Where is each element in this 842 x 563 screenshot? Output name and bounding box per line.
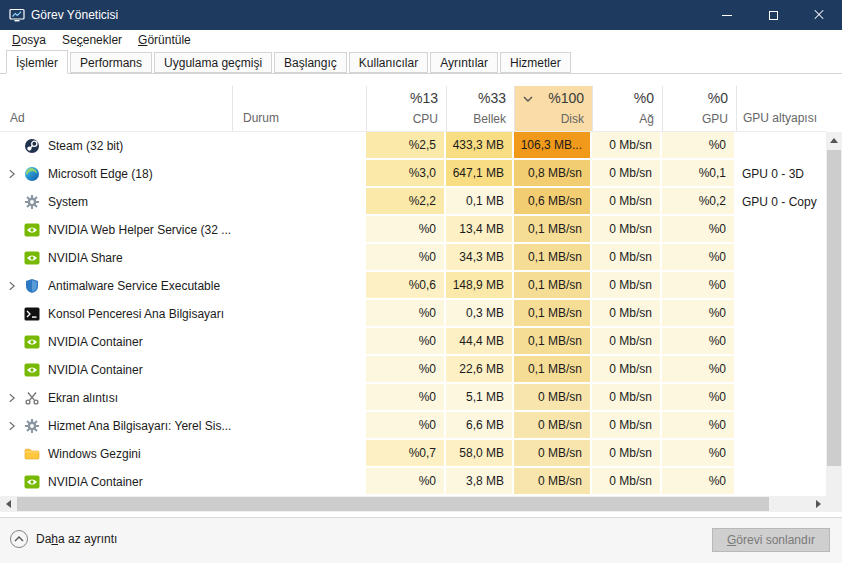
process-status [232,272,366,300]
process-row[interactable]: System %2,2 0,1 MB 0,6 MB/sn 0 Mb/sn %0,… [0,188,826,216]
indent-spacer [0,216,24,244]
cpu-cell: %0 [366,300,446,328]
column-header-gpu-engine[interactable]: GPU altyapısı [736,86,826,131]
network-cell: 0 Mb/sn [592,412,662,440]
minimize-button[interactable] [704,0,750,30]
process-name-cell: Hizmet Ana Bilgisayarı: Yerel Sis... [0,412,232,440]
vertical-scrollbar[interactable] [826,132,842,512]
expand-chevron-icon[interactable] [0,384,24,412]
column-header-memory[interactable]: %33Bellek [446,86,514,131]
memory-cell: 44,4 MB [446,328,514,356]
column-header-cpu[interactable]: %13CPU [366,86,446,131]
process-row[interactable]: NVIDIA Container %0 3,8 MB 0 MB/sn 0 Mb/… [0,468,826,496]
network-cell: 0 Mb/sn [592,272,662,300]
memory-cell: 0,3 MB [446,300,514,328]
gpu-cell: %0 [662,328,736,356]
scissors-icon [24,390,40,406]
process-name: Windows Gezgini [48,447,141,461]
process-name-cell: NVIDIA Container [0,468,232,496]
process-row[interactable]: Konsol Penceresi Ana Bilgisayarı %0 0,3 … [0,300,826,328]
expand-chevron-icon[interactable] [0,160,24,188]
network-cell: 0 Mb/sn [592,468,662,496]
process-name-cell: NVIDIA Share [0,244,232,272]
process-name: Microsoft Edge (18) [48,167,153,181]
table-header: Ad Durum %13CPU %33Bellek %100Disk %0Ağ … [0,86,826,132]
disk-cell: 0 MB/sn [514,468,592,496]
tab-ayrintilar[interactable]: Ayrıntılar [430,52,498,73]
menu-dosya[interactable]: Dosya [4,31,54,49]
gpu-cell: %0 [662,216,736,244]
process-name: Antimalware Service Executable [48,279,220,293]
process-name: Ekran alıntısı [48,391,118,405]
column-header-network[interactable]: %0Ağ [592,86,662,131]
expand-chevron-icon[interactable] [0,412,24,440]
indent-spacer [0,356,24,384]
process-row[interactable]: NVIDIA Web Helper Service (32 ... %0 13,… [0,216,826,244]
process-name-cell: System [0,188,232,216]
network-cell: 0 Mb/sn [592,328,662,356]
memory-cell: 22,6 MB [446,356,514,384]
gpu-cell: %0 [662,300,736,328]
horizontal-scrollbar[interactable] [0,496,826,512]
cpu-cell: %2,5 [366,132,446,160]
network-cell: 0 Mb/sn [592,384,662,412]
task-manager-icon [9,7,25,23]
end-task-button[interactable]: Görevi sonlandır [712,528,830,552]
gpu-cell: %0 [662,244,736,272]
process-row[interactable]: Hizmet Ana Bilgisayarı: Yerel Sis... %0 … [0,412,826,440]
process-status [232,132,366,160]
tab-kullanicilar[interactable]: Kullanıcılar [349,52,428,73]
process-row[interactable]: Windows Gezgini %0,7 58,0 MB 0 MB/sn 0 M… [0,440,826,468]
memory-cell: 58,0 MB [446,440,514,468]
indent-spacer [0,188,24,216]
gpu-cell: %0 [662,440,736,468]
process-row[interactable]: Antimalware Service Executable %0,6 148,… [0,272,826,300]
horizontal-scroll-thumb[interactable] [17,497,769,511]
column-header-disk[interactable]: %100Disk [514,86,592,131]
cpu-cell: %0 [366,384,446,412]
process-row[interactable]: Ekran alıntısı %0 5,1 MB 0 MB/sn 0 Mb/sn… [0,384,826,412]
gpu-cell: %0 [662,412,736,440]
process-status [232,328,366,356]
column-header-status[interactable]: Durum [232,86,366,131]
process-row[interactable]: NVIDIA Container %0 22,6 MB 0,1 MB/sn 0 … [0,356,826,384]
close-icon [813,9,825,21]
scroll-up-arrow[interactable] [826,132,842,148]
maximize-button[interactable] [750,0,796,30]
triangle-left-icon [6,500,11,508]
scroll-left-arrow[interactable] [0,496,16,512]
gpu-engine-cell [736,328,826,356]
process-row[interactable]: Microsoft Edge (18) %3,0 647,1 MB 0,8 MB… [0,160,826,188]
process-status [232,356,366,384]
tab-hizmetler[interactable]: Hizmetler [500,52,571,73]
process-name-cell: Konsol Penceresi Ana Bilgisayarı [0,300,232,328]
tab-baslangic[interactable]: Başlangıç [274,52,347,73]
process-rows: Steam (32 bit) %2,5 433,3 MB 106,3 MB...… [0,132,826,496]
network-cell: 0 Mb/sn [592,300,662,328]
process-row[interactable]: NVIDIA Container %0 44,4 MB 0,1 MB/sn 0 … [0,328,826,356]
cpu-cell: %0,6 [366,272,446,300]
scroll-right-arrow[interactable] [810,496,826,512]
tab-performans[interactable]: Performans [70,52,152,73]
process-name-cell: Ekran alıntısı [0,384,232,412]
vertical-scroll-thumb[interactable] [827,150,841,466]
gpu-engine-cell [736,300,826,328]
disk-cell: 0,1 MB/sn [514,300,592,328]
process-name-cell: NVIDIA Container [0,356,232,384]
details-toggle[interactable]: Daha az ayrıntı [10,530,117,548]
column-header-name[interactable]: Ad [0,86,232,131]
disk-cell: 0,1 MB/sn [514,328,592,356]
expand-chevron-icon[interactable] [0,272,24,300]
disk-cell: 0,1 MB/sn [514,272,592,300]
menu-goruntule[interactable]: Görüntüle [130,31,199,49]
tab-islemler[interactable]: İşlemler [6,50,68,74]
tab-uygulama-gecmisi[interactable]: Uygulama geçmişi [154,52,272,73]
process-row[interactable]: Steam (32 bit) %2,5 433,3 MB 106,3 MB...… [0,132,826,160]
cpu-cell: %3,0 [366,160,446,188]
gpu-cell: %0 [662,356,736,384]
close-button[interactable] [796,0,842,30]
process-row[interactable]: NVIDIA Share %0 34,3 MB 0,1 MB/sn 0 Mb/s… [0,244,826,272]
menu-secenekler[interactable]: Seçenekler [54,31,130,49]
process-name: Konsol Penceresi Ana Bilgisayarı [48,307,224,321]
column-header-gpu[interactable]: %0GPU [662,86,736,131]
